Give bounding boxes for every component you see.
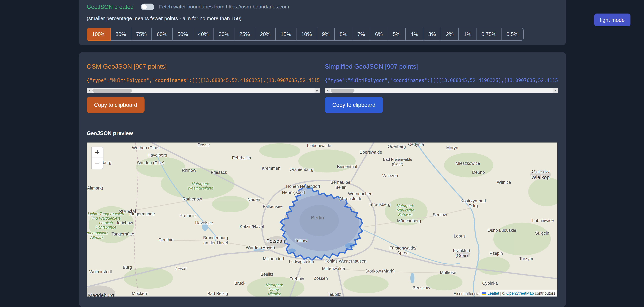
water-boundaries-toggle[interactable] (141, 4, 154, 10)
map-label: Tangerhütte (112, 232, 134, 236)
map-label: Torzym (519, 256, 533, 261)
map-label: Wriezen (382, 173, 398, 178)
percentage-hint: (smaller percentage means fewer points -… (87, 16, 558, 22)
map-label: Sandau (Elbe) (137, 160, 164, 166)
osm-geojson-output[interactable]: {"type":"MultiPolygon","coordinates":[[[… (87, 77, 320, 84)
percent-button-0.75[interactable]: 0.75% (476, 28, 502, 40)
attribution-suffix: contributors (534, 291, 555, 296)
scroll-right-arrow[interactable]: ► (314, 88, 320, 93)
map-label: Potsdam (266, 238, 286, 244)
results-panel: OSM GeoJSON [907 points] {"type":"MultiP… (79, 52, 566, 307)
map-label: Beelitz (260, 272, 274, 277)
map-label: Werder (Havel) (246, 245, 275, 250)
percent-button-10[interactable]: 10% (296, 28, 317, 40)
light-mode-button[interactable]: light mode (594, 14, 630, 26)
map-label: Ziesar (175, 266, 187, 271)
percent-button-0.5[interactable]: 0.5% (501, 28, 524, 40)
percent-button-25[interactable]: 25% (234, 28, 255, 40)
percent-button-2[interactable]: 2% (441, 28, 459, 40)
map-label: Brandenburg an der Havel (203, 235, 228, 245)
scroll-thumb[interactable] (92, 88, 132, 93)
status-text: GeoJSON created (87, 4, 134, 10)
map-label: Teltow (295, 238, 307, 243)
map-label: Strausberg (369, 202, 390, 207)
percent-button-15[interactable]: 15% (275, 28, 296, 40)
map-label: Eberswalde (360, 150, 382, 155)
map-label: Tangermünde (128, 212, 155, 216)
percent-button-30[interactable]: 30% (214, 28, 234, 40)
osm-geojson-column: OSM GeoJSON [907 points] {"type":"MultiP… (87, 63, 320, 113)
map-label: Müncheberg (397, 218, 421, 223)
map-label: Nauen (248, 197, 260, 202)
geojson-columns: OSM GeoJSON [907 points] {"type":"MultiP… (87, 63, 558, 113)
map-label: Rathenow (182, 197, 202, 202)
percent-button-60[interactable]: 60% (152, 28, 172, 40)
map-label: Genthin (158, 237, 174, 242)
copy-simplified-button[interactable]: Copy to clipboard (325, 97, 383, 113)
status-row: GeoJSON created Fetch water boundaries f… (87, 3, 558, 10)
map-label: Müllrose (440, 270, 456, 275)
percent-button-50[interactable]: 50% (172, 28, 193, 40)
percent-button-4[interactable]: 4% (405, 28, 424, 40)
percent-button-20[interactable]: 20% (255, 28, 276, 40)
map-label: Cybinka (482, 281, 498, 286)
map-label: Witnica (497, 180, 511, 185)
map[interactable]: DosseWerben (Elbe)LiebenwaldeCedyniaOder… (87, 142, 558, 296)
attribution-separator: | © (499, 291, 506, 296)
simplified-json-scrollbar[interactable]: ◄ ► (325, 88, 558, 93)
scroll-right-arrow[interactable]: ► (553, 88, 558, 93)
map-label: Lubniewice (532, 218, 554, 223)
percent-button-100[interactable]: 100% (87, 28, 111, 40)
map-label: Hohen Neuendorf (286, 184, 320, 189)
copy-osm-button[interactable]: Copy to clipboard (87, 97, 145, 113)
percent-button-75[interactable]: 75% (131, 28, 152, 40)
map-label: Ludwigsfelde (289, 259, 314, 264)
scroll-thumb[interactable] (330, 88, 354, 93)
percent-button-3[interactable]: 3% (423, 28, 441, 40)
simplified-geojson-title: Simplified GeoJSON [907 points] (325, 63, 558, 71)
settings-panel: GeoJSON created Fetch water boundaries f… (79, 0, 566, 45)
scroll-left-arrow[interactable]: ◄ (325, 88, 330, 93)
scroll-left-arrow[interactable]: ◄ (87, 88, 92, 93)
openstreetmap-link[interactable]: OpenStreetMap (506, 291, 534, 296)
map-attribution: Leaflet | © OpenStreetMap contributors (480, 290, 557, 296)
map-zoom-control: + − (91, 146, 104, 169)
map-label: Seelow (433, 212, 447, 217)
map-label: enburgsplatz Altmark (87, 231, 108, 240)
percent-button-9[interactable]: 9% (316, 28, 335, 40)
map-label: Bad Freienwalde (Oder) (383, 158, 412, 166)
percent-button-1[interactable]: 1% (458, 28, 476, 40)
map-label: Michendorf (263, 256, 284, 261)
map-label: Hennigsdorf (282, 190, 306, 195)
map-label: Biesenthal (337, 164, 357, 169)
simplified-geojson-column: Simplified GeoJSON [907 points] {"type":… (325, 63, 558, 113)
percent-button-5[interactable]: 5% (388, 28, 406, 40)
leaflet-link[interactable]: Leaflet (488, 291, 499, 296)
simplified-geojson-output[interactable]: {"type":"MultiPolygon","coordinates":[[[… (325, 77, 558, 84)
zoom-in-button[interactable]: + (92, 147, 102, 158)
map-label: Naturpark Westhavelland (188, 182, 213, 190)
map-label: Brück (234, 281, 245, 286)
map-label: Wolmirstedt (89, 270, 112, 274)
map-label: Oderberg (388, 144, 406, 149)
zoom-out-button[interactable]: − (92, 158, 102, 168)
map-label: Kostrzyn-nad Odrą (460, 198, 486, 208)
map-label: Havelberg (148, 153, 167, 158)
percent-button-80[interactable]: 80% (110, 28, 131, 40)
map-label: Zossen (314, 276, 328, 281)
map-label: Storkow (Mark) (365, 268, 394, 274)
map-label: Möckern (132, 291, 148, 296)
map-label: Fürstenwalde/ Spree (390, 246, 416, 256)
map-label: Ahrensfelde (339, 196, 362, 201)
osm-json-scrollbar[interactable]: ◄ ► (87, 88, 320, 93)
map-label: Werneuchen (348, 191, 372, 196)
map-label: Friesack (211, 170, 227, 175)
percent-button-40[interactable]: 40% (193, 28, 214, 40)
percent-button-6[interactable]: 6% (370, 28, 388, 40)
page: light mode GeoJSON created Fetch water b… (0, 0, 644, 307)
percent-button-8[interactable]: 8% (334, 28, 352, 40)
map-label: Debno (472, 170, 485, 175)
map-label: Lebus (454, 234, 465, 238)
percent-button-7[interactable]: 7% (352, 28, 370, 40)
map-label: Moryń (446, 146, 458, 150)
